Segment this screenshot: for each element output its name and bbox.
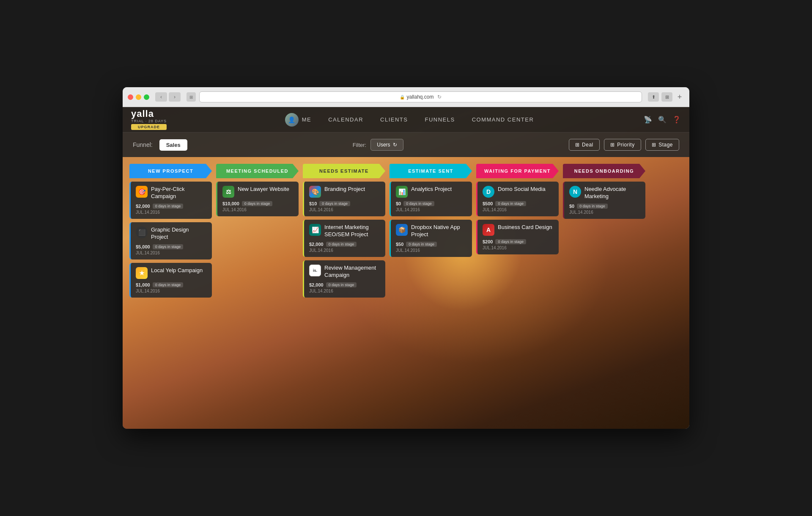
kanban-card[interactable]: ABusiness Card Design$2000 days in stage… [476, 220, 559, 254]
back-button[interactable]: ‹ [155, 92, 167, 102]
kanban-card[interactable]: ★Local Yelp Campaign$1,0000 days in stag… [129, 263, 212, 298]
add-bookmark-button[interactable]: ⊞ [661, 92, 672, 102]
card-meta: $00 days in stage [396, 201, 467, 206]
card-header-row: 📦Dropbox Native App Project [396, 224, 467, 238]
forward-button[interactable]: › [169, 92, 181, 102]
kanban-card[interactable]: 🎯Pay-Per-Click Campaign$2,0000 days in s… [129, 182, 212, 219]
close-dot[interactable] [128, 94, 133, 100]
kanban-card[interactable]: ⚖New Lawyer Website$10,0000 days in stag… [216, 182, 299, 216]
funnel-select-button[interactable]: Sales [159, 139, 187, 151]
column-header-new-prospect: NEW PROSPECT [129, 164, 212, 178]
card-stage-badge: 0 days in stage [403, 201, 434, 206]
new-tab-button[interactable]: + [675, 92, 684, 102]
add-stage-button[interactable]: ⊞ Stage [645, 139, 679, 151]
cards-needs-estimate: 🎨Branding Project$100 days in stageJUL.1… [303, 178, 385, 298]
card-stage-badge: 0 days in stage [326, 282, 357, 287]
card-date: JUL.14.2016 [396, 248, 467, 253]
column-header-needs-estimate: NEEDS ESTIMATE [303, 164, 385, 178]
card-stage-badge: 0 days in stage [577, 204, 608, 209]
card-header-row: is.Review Management Campaign [309, 265, 380, 279]
column-header-needs-onboarding: NEEDS ONBOARDING [563, 164, 645, 178]
nav-funnels[interactable]: FUNNELS [425, 116, 455, 123]
card-date: JUL.14.2016 [396, 207, 467, 212]
nav-clients[interactable]: CLIENTS [380, 116, 408, 123]
nav-calendar[interactable]: CALENDAR [328, 116, 363, 123]
logo-text: yalla [131, 109, 167, 119]
refresh-button[interactable]: ↻ [437, 94, 442, 100]
card-amount: $2,000 [309, 242, 324, 247]
card-date: JUL.14.2016 [483, 207, 554, 212]
card-meta: $10,0000 days in stage [222, 201, 294, 206]
card-amount: $0 [396, 201, 401, 206]
card-header-row: ⚖New Lawyer Website [222, 186, 294, 198]
card-title: Pay-Per-Click Campaign [151, 186, 207, 200]
card-date: JUL.14.2016 [136, 289, 207, 293]
column-waiting-for-payment: WAITING FOR PAYMENTDDomo Social Media$50… [476, 164, 559, 298]
browser-nav: ‹ › [155, 92, 181, 102]
add-priority-button[interactable]: ⊞ Priority [604, 139, 641, 151]
card-date: JUL.14.2016 [309, 248, 380, 253]
card-amount: $10 [309, 201, 317, 206]
minimize-dot[interactable] [136, 94, 141, 100]
nav-center: 👤 ME CALENDAR CLIENTS FUNNELS COMMAND CE… [175, 113, 644, 127]
column-meeting-scheduled: MEETING SCHEDULED⚖New Lawyer Website$10,… [216, 164, 299, 298]
card-title: Review Management Campaign [324, 265, 380, 279]
card-icon: D [483, 186, 494, 198]
filter-value-text: Users [377, 142, 390, 148]
card-stage-badge: 0 days in stage [406, 242, 437, 247]
column-header-meeting-scheduled: MEETING SCHEDULED [216, 164, 299, 178]
kanban-card[interactable]: DDomo Social Media$5000 days in stageJUL… [476, 182, 559, 216]
kanban-board: NEW PROSPECT🎯Pay-Per-Click Campaign$2,00… [123, 157, 689, 298]
address-bar[interactable]: 🔒 yallahq.com ↻ [199, 91, 642, 102]
card-meta: $2,0000 days in stage [309, 282, 380, 287]
card-date: JUL.14.2016 [136, 251, 207, 255]
users-filter-button[interactable]: Users ↻ [370, 139, 403, 151]
card-header-row: 🎯Pay-Per-Click Campaign [136, 186, 207, 200]
card-header-row: ABusiness Card Design [483, 224, 554, 236]
tab-view-button[interactable]: ⊞ [187, 92, 196, 102]
cards-meeting-scheduled: ⚖New Lawyer Website$10,0000 days in stag… [216, 178, 299, 216]
card-title: Branding Project [324, 186, 365, 193]
add-priority-icon: ⊞ [610, 142, 615, 148]
column-new-prospect: NEW PROSPECT🎯Pay-Per-Click Campaign$2,00… [129, 164, 212, 298]
card-title: Business Card Design [498, 224, 552, 231]
help-icon-button[interactable]: ❓ [672, 116, 681, 124]
search-icon-button[interactable]: 🔍 [658, 116, 667, 124]
kanban-card[interactable]: 🎨Branding Project$100 days in stageJUL.1… [303, 182, 385, 216]
nav-command-center[interactable]: COMMAND CENTER [472, 116, 534, 123]
card-stage-badge: 0 days in stage [495, 239, 526, 244]
card-icon: N [569, 186, 581, 198]
kanban-card[interactable]: is.Review Management Campaign$2,0000 day… [303, 260, 385, 298]
kanban-card[interactable]: ⬛Graphic Design Project$5,0000 days in s… [129, 222, 212, 259]
card-meta: $5,0000 days in stage [136, 244, 207, 249]
card-amount: $5,000 [136, 244, 150, 249]
toolbar-actions: ⊞ Deal ⊞ Priority ⊞ Stage [569, 139, 679, 151]
column-header-waiting-for-payment: WAITING FOR PAYMENT [476, 164, 559, 178]
column-header-estimate-sent: ESTIMATE SENT [390, 164, 472, 178]
nav-user[interactable]: 👤 ME [285, 113, 312, 127]
kanban-card[interactable]: 📦Dropbox Native App Project$500 days in … [390, 220, 472, 257]
share-button[interactable]: ⬆ [648, 92, 659, 102]
trial-info: TRIAL · 28 DAYS [131, 119, 167, 123]
card-title: Analytics Project [411, 186, 452, 193]
nav-me[interactable]: ME [302, 116, 312, 123]
card-stage-badge: 0 days in stage [153, 282, 184, 287]
card-header-row: ★Local Yelp Campaign [136, 267, 207, 279]
card-amount: $1,000 [136, 282, 150, 287]
maximize-dot[interactable] [144, 94, 149, 100]
upgrade-button[interactable]: UPGRADE [131, 124, 167, 130]
kanban-card[interactable]: 📊Analytics Project$00 days in stageJUL.1… [390, 182, 472, 216]
card-amount: $50 [396, 242, 403, 247]
card-icon: 📦 [396, 224, 408, 236]
column-estimate-sent: ESTIMATE SENT📊Analytics Project$00 days … [390, 164, 472, 298]
card-header-row: 🎨Branding Project [309, 186, 380, 198]
kanban-card[interactable]: 📈Internet Marketing SEO/SEM Project$2,00… [303, 220, 385, 257]
add-deal-button[interactable]: ⊞ Deal [569, 139, 600, 151]
user-avatar: 👤 [285, 113, 299, 127]
wifi-icon-button[interactable]: 📡 [644, 116, 652, 124]
card-amount: $200 [483, 239, 493, 244]
card-date: JUL.14.2016 [569, 210, 640, 215]
kanban-card[interactable]: NNeedle Advocate Marketing$00 days in st… [563, 182, 645, 219]
card-meta: $100 days in stage [309, 201, 380, 206]
card-stage-badge: 0 days in stage [319, 201, 350, 206]
